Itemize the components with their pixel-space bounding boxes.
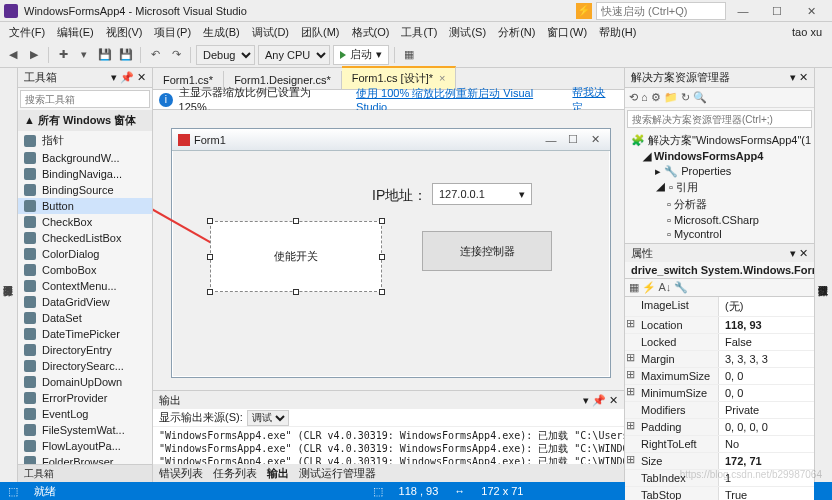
menu-file[interactable]: 文件(F) <box>4 23 50 42</box>
toolbox-search[interactable] <box>20 90 150 108</box>
restart-link[interactable]: 使用 100% 缩放比例重新启动 Visual Studio <box>356 86 560 113</box>
quick-launch-input[interactable] <box>596 2 726 20</box>
menu-analyze[interactable]: 分析(N) <box>493 23 540 42</box>
toolbox-item[interactable]: FileSystemWat... <box>18 422 152 438</box>
output-pin-icon[interactable]: ▾ 📌 ✕ <box>583 394 618 407</box>
menu-format[interactable]: 格式(O) <box>347 23 395 42</box>
toolbox-item[interactable]: FlowLayoutPa... <box>18 438 152 454</box>
form-designer[interactable]: Form1 — ☐ ✕ IP地址： 127.0.0.1▾ 使能开关 连接 <box>153 110 624 390</box>
menu-tools[interactable]: 工具(T) <box>396 23 442 42</box>
toolbox-pin-icon[interactable]: ▾ 📌 ✕ <box>111 71 146 84</box>
toolbox-item[interactable]: ColorDialog <box>18 246 152 262</box>
form-close-icon[interactable]: ✕ <box>586 133 604 146</box>
output-panel: 输出▾ 📌 ✕ 显示输出来源(S):调试 "WindowsFormsApp4.e… <box>153 390 624 482</box>
menu-project[interactable]: 项目(P) <box>149 23 196 42</box>
toolbox-item[interactable]: ErrorProvider <box>18 390 152 406</box>
toolbox-category[interactable]: ▲ 所有 Windows 窗体 <box>18 110 152 131</box>
form-max-icon[interactable]: ☐ <box>564 133 582 146</box>
form-min-icon[interactable]: — <box>542 134 560 146</box>
watermark: https://blog.csdn.net/b29987064 <box>680 469 822 480</box>
prop-row[interactable]: TabStopTrue <box>625 487 814 500</box>
toolbox-item[interactable]: ComboBox <box>18 262 152 278</box>
solution-search[interactable] <box>627 110 812 128</box>
minimize-button[interactable]: — <box>726 1 760 21</box>
menu-edit[interactable]: 编辑(E) <box>52 23 99 42</box>
platform-select[interactable]: Any CPU <box>258 45 330 65</box>
server-explorer-rail[interactable]: 服务器资源管理器 <box>0 68 18 482</box>
window-title: WindowsFormsApp4 - Microsoft Visual Stud… <box>24 5 247 17</box>
toolbox-item[interactable]: DirectorySearc... <box>18 358 152 374</box>
config-select[interactable]: Debug <box>196 45 255 65</box>
toolbox-item[interactable]: DomainUpDown <box>18 374 152 390</box>
prop-row[interactable]: ⊞Location118, 93 <box>625 317 814 334</box>
new-icon[interactable]: ✚ <box>54 46 72 64</box>
ip-combobox[interactable]: 127.0.0.1▾ <box>432 183 532 205</box>
tab-output[interactable]: 输出 <box>267 466 289 481</box>
toolbox-item[interactable]: DirectoryEntry <box>18 342 152 358</box>
start-button[interactable]: 启动▾ <box>333 45 389 65</box>
output-text[interactable]: "WindowsFormsApp4.exe" (CLR v4.0.30319: … <box>153 427 624 464</box>
toolbox-item[interactable]: FolderBrowser... <box>18 454 152 464</box>
menu-team[interactable]: 团队(M) <box>296 23 345 42</box>
properties-title: 属性 <box>631 246 653 261</box>
menu-view[interactable]: 视图(V) <box>101 23 148 42</box>
form1-window[interactable]: Form1 — ☐ ✕ IP地址： 127.0.0.1▾ 使能开关 连接 <box>171 128 611 378</box>
tab-close-icon[interactable]: × <box>439 72 445 84</box>
toolbox-item[interactable]: EventLog <box>18 406 152 422</box>
form1-titlebar: Form1 — ☐ ✕ <box>172 129 610 151</box>
info-icon: i <box>159 93 173 107</box>
prop-row[interactable]: LockedFalse <box>625 334 814 351</box>
toolbox-item[interactable]: CheckBox <box>18 214 152 230</box>
toolbox-item[interactable]: DataSet <box>18 310 152 326</box>
prop-row[interactable]: ModifiersPrivate <box>625 402 814 419</box>
toolbox-item[interactable]: Button <box>18 198 152 214</box>
toolbox-item[interactable]: ContextMenu... <box>18 278 152 294</box>
data-sources-rail[interactable]: 数据源管理器 <box>814 68 832 482</box>
open-icon[interactable]: ▾ <box>75 46 93 64</box>
prop-row[interactable]: ⊞Size172, 71 <box>625 453 814 470</box>
saveall-icon[interactable]: 💾 <box>117 46 135 64</box>
tab-testrun[interactable]: 测试运行管理器 <box>299 466 376 481</box>
save-icon[interactable]: 💾 <box>96 46 114 64</box>
toolbox-item[interactable]: 指针 <box>18 131 152 150</box>
menu-window[interactable]: 窗口(W) <box>542 23 592 42</box>
solution-toolbar[interactable]: ⟲ ⌂ ⚙ 📁 ↻ 🔍 <box>625 88 814 108</box>
output-source-select[interactable]: 调试 <box>247 410 289 426</box>
undo-icon[interactable]: ↶ <box>146 46 164 64</box>
tab-tasks[interactable]: 任务列表 <box>213 466 257 481</box>
prop-row[interactable]: ⊞Padding0, 0, 0, 0 <box>625 419 814 436</box>
nav-fwd-icon[interactable]: ▶ <box>25 46 43 64</box>
menu-debug[interactable]: 调试(D) <box>247 23 294 42</box>
prop-row[interactable]: RightToLeftNo <box>625 436 814 453</box>
info-bar: i 主显示器缩放比例已设置为 125%。 使用 100% 缩放比例重新启动 Vi… <box>153 90 624 110</box>
menu-test[interactable]: 测试(S) <box>444 23 491 42</box>
toolbox-item[interactable]: DateTimePicker <box>18 326 152 342</box>
toolbox-item[interactable]: BindingSource <box>18 182 152 198</box>
prop-row[interactable]: ⊞Margin3, 3, 3, 3 <box>625 351 814 368</box>
toolbox-item[interactable]: BindingNaviga... <box>18 166 152 182</box>
properties-panel: 属性▾ ✕ drive_switch System.Windows.Forms.… <box>625 244 814 500</box>
toolbox-item[interactable]: CheckedListBox <box>18 230 152 246</box>
properties-toolbar[interactable]: ▦ ⚡ A↓ 🔧 <box>625 279 814 297</box>
toolbox-item[interactable]: DataGridView <box>18 294 152 310</box>
maximize-button[interactable]: ☐ <box>760 1 794 21</box>
prop-row[interactable]: ImageList(无) <box>625 297 814 317</box>
notifications-icon[interactable]: ⚡ <box>576 3 592 19</box>
output-title: 输出 <box>159 393 181 408</box>
nav-back-icon[interactable]: ◀ <box>4 46 22 64</box>
menu-build[interactable]: 生成(B) <box>198 23 245 42</box>
prop-row[interactable]: ⊞MaximumSize0, 0 <box>625 368 814 385</box>
drive-switch-control[interactable]: 使能开关 <box>210 221 382 292</box>
solution-tree[interactable]: 🧩 解决方案"WindowsFormsApp4"(1 ◢ WindowsForm… <box>625 130 814 243</box>
project-node: ◢ WindowsFormsApp4 <box>627 149 812 164</box>
toolbox-item[interactable]: BackgroundW... <box>18 150 152 166</box>
menu-help[interactable]: 帮助(H) <box>594 23 641 42</box>
properties-selected[interactable]: drive_switch System.Windows.Forms.L <box>625 262 814 279</box>
connect-button[interactable]: 连接控制器 <box>422 231 552 271</box>
align-icon[interactable]: ▦ <box>400 46 418 64</box>
user-name[interactable]: tao xu <box>787 24 828 40</box>
tab-errors[interactable]: 错误列表 <box>159 466 203 481</box>
close-button[interactable]: ✕ <box>794 1 828 21</box>
redo-icon[interactable]: ↷ <box>167 46 185 64</box>
prop-row[interactable]: ⊞MinimumSize0, 0 <box>625 385 814 402</box>
